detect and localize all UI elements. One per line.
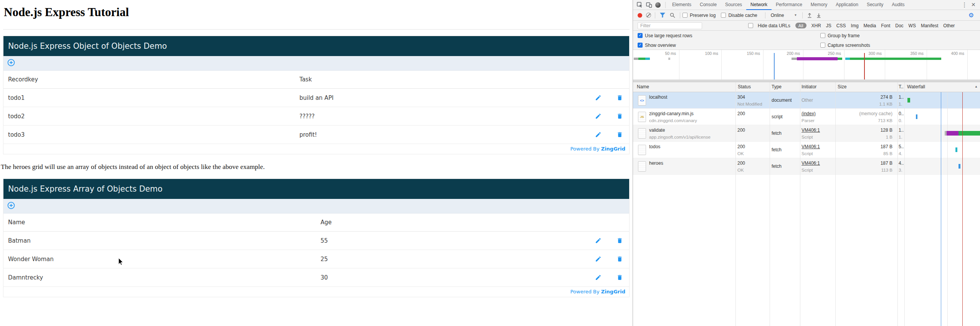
disable-cache-checkbox[interactable] <box>721 13 726 18</box>
edit-icon[interactable] <box>595 113 602 119</box>
initiator-link[interactable]: VM406:1 <box>802 161 820 166</box>
filter-type-font[interactable]: Font <box>881 23 890 28</box>
delete-icon[interactable] <box>616 237 623 244</box>
column-header[interactable]: Task <box>299 71 312 89</box>
preserve-log-checkbox[interactable] <box>683 13 687 18</box>
inspect-element-icon[interactable] <box>637 2 643 8</box>
capture-screenshots-checkbox[interactable] <box>820 43 825 48</box>
column-header-initiator[interactable]: Initiator <box>802 84 816 89</box>
column-divider[interactable] <box>800 82 800 326</box>
mouse-cursor <box>118 258 124 266</box>
filter-icon[interactable] <box>660 13 665 18</box>
clear-icon[interactable] <box>646 13 651 18</box>
device-toolbar-icon[interactable] <box>646 2 652 8</box>
file-icon <box>638 128 646 139</box>
request-row-validate[interactable]: validateapp.zingsoft.com/v1/api/license … <box>633 125 980 142</box>
group-by-frame-checkbox[interactable] <box>820 33 825 38</box>
filter-type-all[interactable]: All <box>795 23 806 28</box>
throttling-select[interactable]: Online ▼ <box>771 13 797 18</box>
overview-request-bar <box>792 58 797 60</box>
export-har-icon[interactable] <box>816 12 821 18</box>
tick-label: 350 ms <box>900 51 924 56</box>
column-header[interactable]: Name <box>8 213 25 232</box>
zinggrid-brand-link[interactable]: ZingGrid <box>601 289 625 295</box>
tab-console[interactable]: Console <box>696 0 721 10</box>
cell-recordkey: todo2 <box>8 107 25 126</box>
zinggrid-brand-link[interactable]: ZingGrid <box>601 146 625 152</box>
search-icon[interactable] <box>670 13 675 18</box>
filter-type-xhr[interactable]: XHR <box>811 23 821 28</box>
column-header-time[interactable]: T.. <box>899 84 904 89</box>
filter-type-img[interactable]: Img <box>851 23 859 28</box>
edit-icon[interactable] <box>595 131 602 138</box>
column-divider[interactable] <box>904 82 905 326</box>
separator <box>765 12 765 18</box>
tab-network[interactable]: Network <box>746 0 772 10</box>
filter-type-media[interactable]: Media <box>864 23 876 28</box>
tab-sources[interactable]: Sources <box>721 0 746 10</box>
filter-type-other[interactable]: Other <box>943 23 955 28</box>
tab-audits[interactable]: Audits <box>887 0 909 10</box>
zinggrid-array-of-objects: Node.js Express Array of Objects Demo Na… <box>3 179 630 297</box>
filter-type-js[interactable]: JS <box>826 23 831 28</box>
initiator-link[interactable]: (index) <box>802 111 816 116</box>
request-row-zinggrid-script[interactable]: JS zinggrid-canary.min.jscdn.zinggrid.co… <box>633 109 980 125</box>
tick-label: 200 ms <box>776 51 800 56</box>
filter-type-ws[interactable]: WS <box>909 23 916 28</box>
column-header-type[interactable]: Type <box>772 84 782 89</box>
delete-icon[interactable] <box>616 256 623 262</box>
tab-performance[interactable]: Performance <box>772 0 806 10</box>
show-overview-checkbox[interactable] <box>638 43 643 48</box>
delete-icon[interactable] <box>616 274 623 281</box>
separator <box>802 12 803 18</box>
record-icon[interactable] <box>638 13 642 18</box>
waterfall-bar <box>959 131 980 136</box>
delete-icon[interactable] <box>616 113 623 119</box>
description-text: The heroes grid will use an array of obj… <box>1 163 633 171</box>
column-header-status[interactable]: Status <box>738 84 751 89</box>
column-divider[interactable] <box>835 82 836 326</box>
import-har-icon[interactable] <box>807 12 812 18</box>
column-header[interactable]: Recordkey <box>8 71 38 89</box>
edit-icon[interactable] <box>595 274 602 281</box>
use-large-request-rows-checkbox[interactable] <box>638 33 643 38</box>
network-overview-timeline[interactable]: 50 ms 100 ms 150 ms 200 ms 250 ms 300 ms… <box>633 50 980 80</box>
delete-icon[interactable] <box>616 131 623 138</box>
overview-request-bar <box>638 58 645 60</box>
initiator-link[interactable]: VM406:1 <box>802 127 820 133</box>
more-options-icon[interactable]: ⋮ <box>961 1 967 8</box>
request-row-localhost[interactable]: <> localhost 304Not Modified document Ot… <box>633 92 980 109</box>
column-divider[interactable] <box>770 82 770 326</box>
edit-icon[interactable] <box>595 237 602 244</box>
extension-sphere-icon[interactable] <box>655 2 661 8</box>
filter-type-css[interactable]: CSS <box>836 23 846 28</box>
column-divider[interactable] <box>897 82 898 326</box>
add-record-button[interactable] <box>7 59 15 68</box>
filter-input[interactable] <box>638 22 702 29</box>
tab-security[interactable]: Security <box>863 0 887 10</box>
grid-row: todo2 ????? <box>3 107 629 126</box>
column-header-waterfall[interactable]: Waterfall <box>907 84 925 89</box>
column-divider[interactable] <box>735 82 736 326</box>
request-row-todos[interactable]: todos 200OK fetch VM406:1Script 187 B85 … <box>633 142 980 158</box>
close-devtools-icon[interactable]: × <box>971 1 975 9</box>
tab-elements[interactable]: Elements <box>668 0 696 10</box>
filter-type-doc[interactable]: Doc <box>895 23 903 28</box>
hide-data-urls-checkbox[interactable] <box>748 23 753 28</box>
network-options: Use large request rows Group by frame Sh… <box>633 31 980 50</box>
filter-type-manifest[interactable]: Manifest <box>921 23 938 28</box>
grid-header-row: Name Age <box>3 213 629 232</box>
request-row-heroes[interactable]: heroes 200OK fetch VM406:1Script 187 B11… <box>633 158 980 175</box>
column-header-name[interactable]: Name <box>637 84 649 89</box>
tab-application[interactable]: Application <box>831 0 863 10</box>
edit-icon[interactable] <box>595 94 602 101</box>
settings-gear-icon[interactable]: ⚙ <box>968 12 977 19</box>
delete-icon[interactable] <box>616 94 623 101</box>
add-record-button[interactable] <box>7 202 15 211</box>
edit-icon[interactable] <box>595 256 602 262</box>
overview-request-bar <box>634 58 638 60</box>
column-header[interactable]: Age <box>321 213 332 232</box>
initiator-link[interactable]: VM406:1 <box>802 144 820 149</box>
column-header-size[interactable]: Size <box>838 84 846 89</box>
tab-memory[interactable]: Memory <box>806 0 831 10</box>
